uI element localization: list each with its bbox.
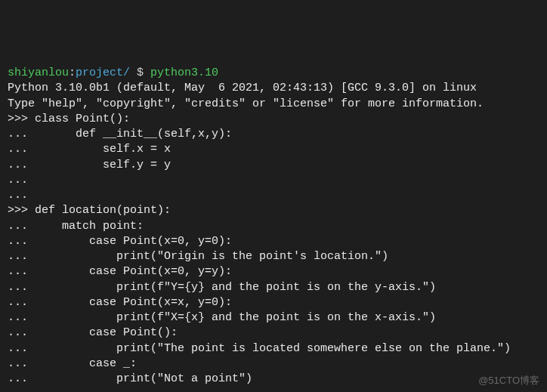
ps2-prompt: ... — [8, 387, 35, 392]
code: print("Not a point") — [35, 372, 252, 385]
ps2-prompt: ... — [8, 372, 35, 385]
ps2-prompt: ... — [8, 189, 35, 202]
repl-line: ... print(f"X={x} and the point is on th… — [8, 310, 539, 326]
ps2-prompt: ... — [8, 357, 35, 370]
code: case Point(): — [35, 326, 178, 339]
code: match point: — [35, 220, 144, 233]
repl-line: ... print("The point is located somewher… — [8, 341, 539, 357]
repl-line: ... case Point(x=0, y=0): — [8, 234, 539, 249]
code: case _: — [35, 357, 137, 370]
code: print(f"Y={y} and the point is on the y-… — [35, 281, 436, 294]
ps2-prompt: ... — [8, 281, 35, 294]
ps2-prompt: ... — [8, 296, 35, 309]
code: self.x = x — [35, 143, 171, 156]
ps2-prompt: ... — [8, 159, 35, 171]
code: print("The point is located somewhere el… — [35, 342, 511, 355]
code: print("Origin is the point's location.") — [35, 250, 388, 263]
code: case Point(x=x, y=0): — [35, 296, 232, 309]
ps2-prompt: ... — [8, 128, 35, 140]
shell-prompt-line: shiyanlou:project/ $ python3.10 — [8, 66, 539, 81]
repl-line: ... — [8, 188, 539, 203]
ps2-prompt: ... — [8, 311, 35, 324]
ps2-prompt: ... — [8, 220, 35, 233]
python-banner-line1: Python 3.10.0b1 (default, May 6 2021, 02… — [8, 81, 539, 96]
repl-line: ... self.x = x — [8, 142, 539, 157]
ps1-prompt: >>> — [8, 113, 35, 125]
ps2-prompt: ... — [8, 174, 35, 187]
python-banner-line2: Type "help", "copyright", "credits" or "… — [8, 97, 539, 112]
repl-line: ... — [8, 173, 539, 188]
repl-line: ... case Point(x=x, y=0): — [8, 295, 539, 310]
repl-line: ... print(f"Y={y} and the point is on th… — [8, 280, 539, 295]
repl-line: ... self.y = y — [8, 158, 539, 173]
code: class Point(): — [35, 113, 130, 125]
code: case Point(x=0, y=0): — [35, 235, 232, 248]
ps2-prompt: ... — [8, 265, 35, 278]
prompt-user: shiyanlou — [8, 66, 69, 79]
code: print(f"X={x} and the point is on the x-… — [35, 311, 436, 324]
repl-line: ... case Point(x=0, y=y): — [8, 264, 539, 279]
code: self.y = y — [35, 159, 171, 171]
command-typed: python3.10 — [150, 66, 218, 79]
repl-line: ... match point: — [8, 219, 539, 234]
ps1-prompt: >>> — [8, 204, 35, 217]
ps2-prompt: ... — [8, 250, 35, 263]
terminal[interactable]: shiyanlou:project/ $ python3.10Python 3.… — [8, 66, 539, 392]
ps2-prompt: ... — [8, 143, 35, 156]
ps2-prompt: ... — [8, 235, 35, 248]
repl-line: >>> class Point(): — [8, 112, 539, 127]
repl-line: ... def __init__(self,x,y): — [8, 127, 539, 142]
code: def __init__(self,x,y): — [35, 128, 232, 140]
prompt-path: project/ — [76, 66, 130, 79]
watermark: @51CTO博客 — [478, 374, 539, 387]
code: case Point(x=0, y=y): — [35, 265, 232, 278]
repl-line: ... print("Not a point") — [8, 372, 539, 387]
prompt-sep: : — [69, 66, 76, 79]
repl-line: >>> def location(point): — [8, 203, 539, 218]
ps2-prompt: ... — [8, 342, 35, 355]
repl-line: ... case _: — [8, 357, 539, 372]
prompt-dollar: $ — [130, 66, 150, 79]
repl-line: ... print("Origin is the point's locatio… — [8, 249, 539, 264]
repl-line: ... — [8, 387, 539, 392]
ps2-prompt: ... — [8, 326, 35, 339]
code: def location(point): — [35, 204, 171, 217]
repl-line: ... case Point(): — [8, 326, 539, 341]
